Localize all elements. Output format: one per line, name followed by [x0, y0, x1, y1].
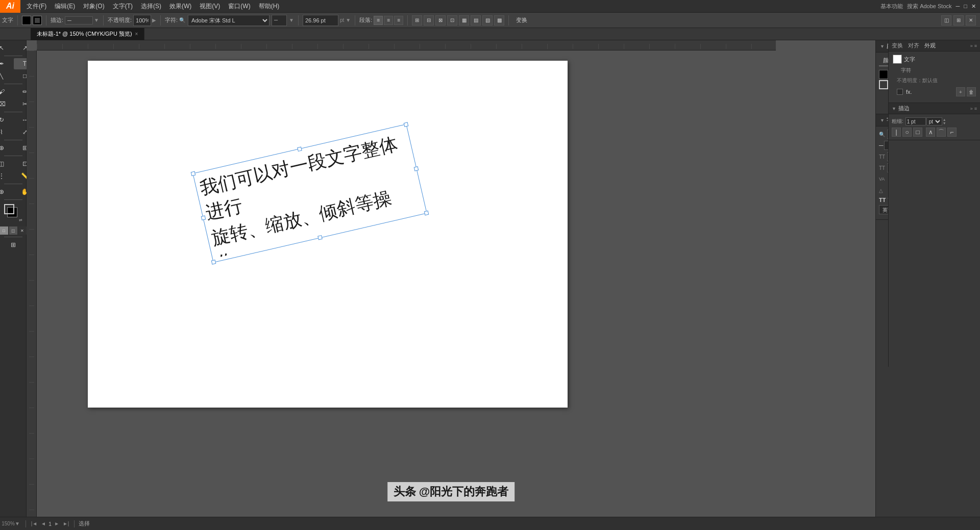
menu-text[interactable]: 文字(T) [109, 0, 137, 13]
zoom-value-display[interactable]: 150% [4, 520, 12, 528]
stroke-panel-header[interactable]: ▼ 描边 » ≡ [889, 103, 980, 114]
join-bevel-btn[interactable]: ⌐ [947, 128, 957, 137]
stroke-value[interactable]: ─ [65, 16, 93, 24]
appear-menu-icon[interactable]: ≡ [974, 43, 977, 48]
page-first-btn[interactable]: |◄ [30, 520, 38, 528]
page-prev-btn[interactable]: ◄ [39, 520, 47, 528]
menu-edit[interactable]: 编辑(E) [51, 0, 79, 13]
page-next-btn[interactable]: ► [53, 520, 61, 528]
stroke-weight-unit-select[interactable]: pt [926, 117, 942, 125]
stroke-preview[interactable] [879, 80, 888, 89]
more-icon2[interactable]: ⊠ [435, 15, 446, 26]
fill-color-swatch[interactable] [22, 16, 31, 25]
select-tool-btn[interactable]: ↖ [0, 42, 13, 54]
menu-file[interactable]: 文件(F) [22, 0, 51, 13]
stroke-swatch-widget[interactable] [4, 204, 14, 214]
menu-select[interactable]: 选择(S) [137, 0, 165, 13]
join-round-btn[interactable]: ⌒ [937, 128, 946, 137]
zoom-tool-btn[interactable]: ⊕ [0, 186, 13, 197]
stroke-arrow[interactable]: ▼ [94, 17, 99, 23]
font-size-arrows[interactable]: ▼ [346, 17, 351, 23]
window-minimize-btn[interactable]: ─ [956, 3, 960, 9]
menu-window[interactable]: 窗口(W) [224, 0, 254, 13]
align-left-btn[interactable]: ≡ [374, 16, 383, 25]
menu-effect[interactable]: 效果(W) [165, 0, 195, 13]
stroke-color-swatch[interactable] [33, 16, 42, 25]
fx-checkbox[interactable] [897, 89, 903, 95]
align-center-btn[interactable]: ≡ [384, 16, 393, 25]
pen-tool-btn[interactable]: ✒ [0, 58, 13, 69]
window-close-btn[interactable]: ✕ [971, 3, 976, 10]
cap-square-btn[interactable]: □ [913, 128, 922, 137]
bold-style-btn[interactable]: TT [879, 197, 886, 203]
panel-toggle-icon1[interactable]: ◫ [941, 15, 951, 26]
window-restore-btn[interactable]: □ [964, 3, 967, 9]
appear-add-btn[interactable]: + [956, 87, 965, 96]
text-box-container[interactable]: 我们可以对一段文字整体进行 旋转、缩放、倾斜等操作。 [192, 124, 427, 263]
more-icon4[interactable]: ▦ [459, 15, 469, 26]
appear-delete-btn[interactable]: 🗑 [967, 87, 976, 96]
gradient-tool-btn[interactable]: ◫ [0, 158, 13, 169]
menu-object[interactable]: 对象(O) [79, 0, 108, 13]
appear-expand-icon[interactable]: » [970, 43, 973, 48]
more-icon5[interactable]: ▤ [471, 15, 481, 26]
handle-top-center[interactable] [297, 146, 302, 152]
handle-mid-left[interactable] [201, 215, 206, 220]
transform-align-appear-header[interactable]: 变换 对齐 外观 » ≡ [889, 40, 980, 52]
handle-top-left[interactable] [191, 171, 196, 176]
more-icon1[interactable]: ⊟ [424, 15, 434, 26]
change-screen-mode-btn[interactable]: ⊞ [2, 239, 24, 250]
fill-preview[interactable] [879, 70, 888, 79]
line-tool-btn[interactable]: ╲ [0, 70, 13, 82]
font-style-select[interactable]: ─ [272, 15, 287, 26]
rotate-tool-btn[interactable]: ↻ [0, 114, 13, 125]
zoom-down-btn[interactable]: ▼ [13, 520, 21, 528]
more-icon6[interactable]: ▧ [482, 15, 493, 26]
stroke-down-arrow[interactable]: ▼ [943, 121, 946, 125]
stroke-weight-input[interactable] [905, 117, 926, 125]
swap-colors-icon[interactable]: ⇄ [19, 218, 22, 222]
font-size-input[interactable] [303, 15, 338, 26]
gradient-swatch[interactable]: ◫ [9, 226, 17, 235]
panel-toggle-icon2[interactable]: ⊞ [953, 15, 964, 26]
cap-butt-btn[interactable]: | [892, 128, 901, 137]
more-icon7[interactable]: ▩ [494, 15, 504, 26]
eyedropper-btn[interactable]: ⋮ [0, 170, 13, 182]
join-miter-btn[interactable]: ∧ [926, 128, 935, 137]
transform-tab[interactable]: 变换 [892, 42, 903, 49]
handle-mid-right[interactable] [414, 166, 419, 171]
align-right-btn[interactable]: ≡ [394, 16, 403, 25]
appearance-tab-active[interactable]: 外观 [924, 42, 936, 49]
opacity-input[interactable] [133, 15, 151, 26]
handle-top-right[interactable] [404, 122, 409, 127]
transform-label[interactable]: 变换 [513, 16, 530, 24]
warp-tool-btn[interactable]: ⌇ [0, 127, 13, 138]
opacity-arrow[interactable]: ▶ [152, 17, 156, 23]
stroke-up-arrow[interactable]: ▲ [943, 118, 946, 121]
handle-bot-right[interactable] [424, 211, 429, 216]
canvas-area[interactable]: 我们可以对一段文字整体进行 旋转、缩放、倾斜等操作。 头条 @阳光下的奔跑者 [27, 40, 875, 517]
align-tab[interactable]: 对齐 [908, 42, 919, 49]
stroke-menu-icon[interactable]: ≡ [974, 106, 977, 111]
font-arrow[interactable]: ▼ [289, 17, 294, 23]
eraser-tool-btn[interactable]: ⌫ [0, 98, 13, 110]
cap-round-btn[interactable]: ○ [902, 128, 912, 137]
font-family-select[interactable]: Adobe 宋体 Std L [188, 15, 270, 26]
page-last-btn[interactable]: ►| [62, 520, 70, 528]
panel-toggle-icon3[interactable]: ✕ [966, 15, 976, 26]
more-icon3[interactable]: ⊡ [447, 15, 457, 26]
tab-close-btn[interactable]: × [135, 31, 138, 37]
handle-bot-left[interactable] [211, 260, 216, 265]
document-tab[interactable]: 未标题-1* @ 150% (CMYK/GPU 预览) × [31, 28, 144, 40]
canvas-page[interactable]: 我们可以对一段文字整体进行 旋转、缩放、倾斜等操作。 [88, 61, 568, 408]
blend-tool-btn[interactable]: ⊕ [0, 142, 13, 154]
menu-help[interactable]: 帮助(H) [255, 0, 284, 13]
stroke-expand-icon[interactable]: » [970, 106, 973, 111]
menu-view[interactable]: 视图(V) [195, 0, 224, 13]
none-fill-btn[interactable]: □ [0, 226, 8, 235]
fx-label[interactable]: fx. [906, 89, 912, 95]
handle-bot-center[interactable] [317, 235, 323, 240]
text-align-icon[interactable]: ⊞ [412, 15, 422, 26]
brush-tool-btn[interactable]: 🖌 [0, 86, 13, 97]
none-swatch[interactable]: ✕ [18, 226, 27, 235]
